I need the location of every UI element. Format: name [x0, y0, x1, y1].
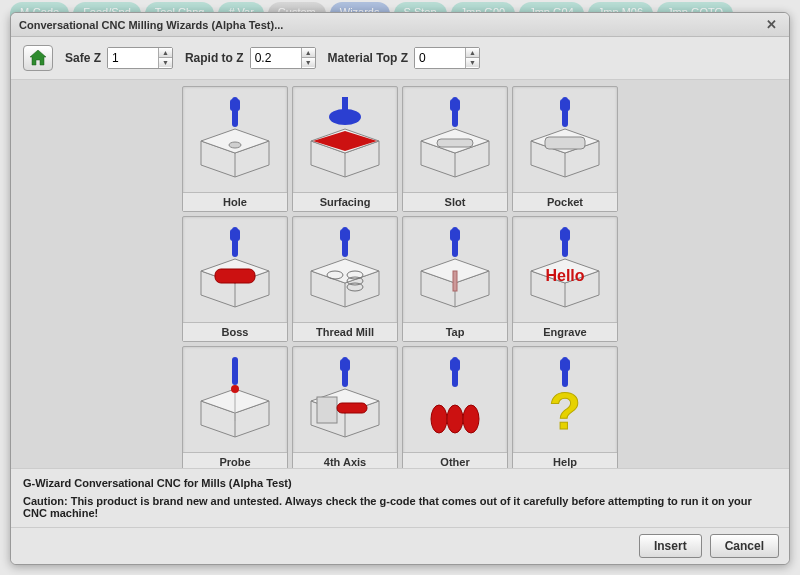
- wizard-tile-tap[interactable]: Tap: [402, 216, 508, 342]
- svg-rect-30: [215, 269, 255, 283]
- svg-rect-55: [232, 357, 238, 385]
- spin-down-icon[interactable]: ▼: [466, 58, 479, 67]
- svg-rect-71: [560, 359, 570, 371]
- footer-caution: G-Wizard Conversational CNC for Mills (A…: [11, 468, 789, 527]
- svg-rect-44: [450, 229, 460, 241]
- svg-point-6: [229, 142, 241, 148]
- tile-label: Pocket: [513, 192, 617, 211]
- home-icon: [29, 50, 47, 66]
- footer-warning: Caution: This product is brand new and u…: [23, 495, 777, 519]
- tile-label: 4th Axis: [293, 452, 397, 468]
- wizard-tile-fourthaxis[interactable]: 4th Axis: [292, 346, 398, 468]
- svg-point-68: [447, 405, 463, 433]
- tile-label: Engrave: [513, 322, 617, 341]
- wizard-tile-surfacing[interactable]: Surfacing: [292, 86, 398, 212]
- tile-label: Tap: [403, 322, 507, 341]
- help-icon: ?: [513, 347, 617, 452]
- wizard-dialog: Conversational CNC Milling Wizards (Alph…: [10, 12, 790, 565]
- rapid-z-group: Rapid to Z ▲▼: [185, 47, 316, 69]
- dialog-titlebar: Conversational CNC Milling Wizards (Alph…: [11, 13, 789, 37]
- footer-heading: G-Wizard Conversational CNC for Mills (A…: [23, 477, 777, 489]
- slot-icon: [403, 87, 507, 192]
- threadmill-icon: [293, 217, 397, 322]
- svg-rect-63: [317, 397, 337, 423]
- wizard-grid: Hole Surfacing Slot Pocket: [182, 86, 618, 468]
- parameter-bar: Safe Z ▲▼ Rapid to Z ▲▼ Material Top Z ▲…: [11, 37, 789, 80]
- tool-icon: [340, 357, 350, 387]
- tile-label: Surfacing: [293, 192, 397, 211]
- tile-label: Probe: [183, 452, 287, 468]
- svg-rect-35: [340, 229, 350, 241]
- tool-icon: [450, 227, 460, 257]
- wizard-tile-boss[interactable]: Boss: [182, 216, 288, 342]
- close-icon[interactable]: ✕: [762, 17, 781, 32]
- wizard-tile-hole[interactable]: Hole: [182, 86, 288, 212]
- svg-rect-62: [340, 359, 350, 371]
- hole-icon: [183, 87, 287, 192]
- cancel-button[interactable]: Cancel: [710, 534, 779, 558]
- wizard-tile-other[interactable]: Other: [402, 346, 508, 468]
- tool-icon: [230, 97, 240, 127]
- svg-point-69: [463, 405, 479, 433]
- tool-icon: [560, 97, 570, 127]
- tool-icon: [450, 97, 460, 127]
- svg-rect-45: [453, 271, 457, 291]
- rapid-z-label: Rapid to Z: [185, 51, 244, 65]
- svg-text:?: ?: [549, 382, 581, 440]
- svg-point-56: [231, 385, 239, 393]
- wizard-tile-engrave[interactable]: Hello Engrave: [512, 216, 618, 342]
- svg-rect-66: [450, 359, 460, 371]
- safe-z-group: Safe Z ▲▼: [65, 47, 173, 69]
- svg-rect-24: [545, 137, 585, 149]
- engrave-icon: Hello: [513, 217, 617, 322]
- rapid-z-spinner[interactable]: ▲▼: [250, 47, 316, 69]
- tile-label: Slot: [403, 192, 507, 211]
- home-button[interactable]: [23, 45, 53, 71]
- tile-label: Boss: [183, 322, 287, 341]
- tile-label: Other: [403, 452, 507, 468]
- tool-icon: [230, 227, 240, 257]
- material-top-input[interactable]: [415, 48, 465, 68]
- svg-rect-64: [337, 403, 367, 413]
- tool-icon: [560, 227, 570, 257]
- svg-rect-11: [342, 97, 348, 115]
- material-top-group: Material Top Z ▲▼: [328, 47, 480, 69]
- svg-rect-17: [450, 99, 460, 111]
- svg-rect-23: [560, 99, 570, 111]
- fourthaxis-icon: [293, 347, 397, 452]
- safe-z-spinner[interactable]: ▲▼: [107, 47, 173, 69]
- spin-down-icon[interactable]: ▼: [302, 58, 315, 67]
- dialog-title: Conversational CNC Milling Wizards (Alph…: [19, 19, 283, 31]
- safe-z-input[interactable]: [108, 48, 158, 68]
- safe-z-label: Safe Z: [65, 51, 101, 65]
- wizard-tile-pocket[interactable]: Pocket: [512, 86, 618, 212]
- wizard-grid-wrap: Hole Surfacing Slot Pocket: [11, 80, 789, 468]
- spin-up-icon[interactable]: ▲: [466, 48, 479, 58]
- svg-point-67: [431, 405, 447, 433]
- material-top-label: Material Top Z: [328, 51, 408, 65]
- wizard-tile-threadmill[interactable]: Thread Mill: [292, 216, 398, 342]
- tap-icon: [403, 217, 507, 322]
- surfacing-icon: [293, 87, 397, 192]
- wizard-tile-slot[interactable]: Slot: [402, 86, 508, 212]
- wizard-tile-help[interactable]: ?Help: [512, 346, 618, 468]
- svg-marker-0: [30, 50, 46, 65]
- material-top-spinner[interactable]: ▲▼: [414, 47, 480, 69]
- probe-icon: [183, 347, 287, 452]
- dialog-buttons: Insert Cancel: [11, 527, 789, 564]
- tool-icon: [340, 227, 350, 257]
- spin-down-icon[interactable]: ▼: [159, 58, 172, 67]
- insert-button[interactable]: Insert: [639, 534, 702, 558]
- tile-label: Thread Mill: [293, 322, 397, 341]
- spin-up-icon[interactable]: ▲: [159, 48, 172, 58]
- tile-label: Hole: [183, 192, 287, 211]
- svg-rect-5: [230, 99, 240, 111]
- boss-icon: [183, 217, 287, 322]
- wizard-tile-probe[interactable]: Probe: [182, 346, 288, 468]
- rapid-z-input[interactable]: [251, 48, 301, 68]
- svg-rect-29: [230, 229, 240, 241]
- tile-label: Help: [513, 452, 617, 468]
- spin-up-icon[interactable]: ▲: [302, 48, 315, 58]
- tool-icon: [450, 357, 460, 387]
- svg-rect-50: [560, 229, 570, 241]
